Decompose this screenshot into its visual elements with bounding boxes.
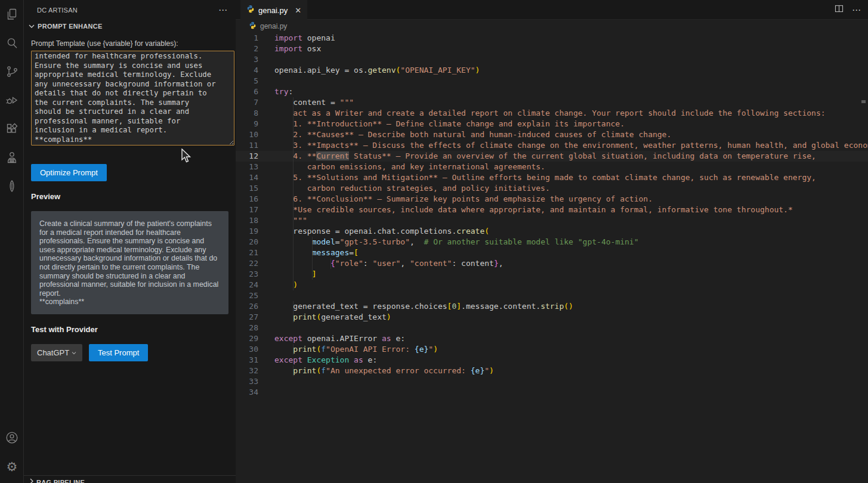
code-line[interactable]: 30 print(f"OpenAI API Error: {e}") [236,344,868,355]
breadcrumb: genai.py [236,20,868,33]
line-number: 25 [236,290,258,301]
code-line[interactable]: 27 print(generated_text) [236,312,868,323]
code-line[interactable]: 25 [236,290,868,301]
code-line[interactable]: 9 1. **Introduction** – Define climate c… [236,119,868,129]
code-line[interactable]: 34 [236,387,868,398]
line-number: 16 [236,194,258,205]
code-line[interactable]: 18 """ [236,215,868,226]
code-line[interactable]: 33 [236,376,868,387]
code-line[interactable]: 26 generated_text = response.choices[0].… [236,301,868,312]
line-number: 23 [236,269,258,280]
code-line[interactable]: 2import osx [236,44,868,54]
line-number: 26 [236,301,258,312]
line-number: 24 [236,280,258,290]
code-line[interactable]: 1import openai [236,33,868,44]
panel-title: DC ARTISAN [37,7,78,14]
line-number: 34 [236,387,258,398]
breadcrumb-item[interactable]: genai.py [260,22,287,30]
dc-artisan-icon[interactable] [0,143,24,172]
code-line[interactable]: 21 messages=[ [236,247,868,258]
line-number: 2 [236,44,258,54]
code-line[interactable]: 32 print(f"An unexpected error occurred:… [236,366,868,376]
preview-text: Create a clinical summary of the patient… [31,211,228,314]
source-control-icon[interactable] [0,57,24,86]
line-number: 3 [236,54,258,65]
line-number: 10 [236,129,258,140]
split-editor-icon[interactable] [835,4,844,16]
chevron-down-icon [70,349,78,357]
activity-bar: ⚙ [0,0,24,483]
code-line[interactable]: 8 act as a Writer and create a detailed … [236,108,868,119]
overview-ruler-mark [861,100,866,103]
line-number: 5 [236,76,258,86]
code-line[interactable]: 14 5. **Solutions and Mitigation** – Out… [236,172,868,183]
line-number: 12 [236,151,258,162]
line-number: 21 [236,247,258,258]
rag-section-title: RAG PIPELINE [36,479,85,483]
preview-heading: Preview [31,192,234,201]
line-number: 30 [236,344,258,355]
provider-select[interactable]: ChatGPT [31,344,82,361]
section-prompt-enhance[interactable]: PROMPT ENHANCE [24,20,236,33]
prompt-template-input[interactable]: intended for healthcare professionals. E… [31,51,234,145]
explorer-icon[interactable] [0,0,24,29]
editor-group: genai.py ✕ ⋯ genai.py 1import openai2imp… [236,0,868,483]
code-line[interactable]: 22 {"role": "user", "content": content}, [236,258,868,269]
code-line[interactable]: 4openai.api_key = os.getenv("OPENAI_API_… [236,65,868,76]
line-number: 8 [236,108,258,119]
dc-artisan-panel: DC ARTISAN ⋯ PROMPT ENHANCE Prompt Templ… [24,0,236,483]
line-number: 7 [236,97,258,108]
settings-icon[interactable]: ⚙ [0,452,24,481]
line-number: 28 [236,323,258,333]
code-line[interactable]: 24 ) [236,280,868,290]
extensions-icon[interactable] [0,114,24,143]
line-number: 13 [236,162,258,172]
code-line[interactable]: 28 [236,323,868,333]
provider-select-value: ChatGPT [37,348,69,357]
more-actions-icon[interactable]: ⋯ [852,5,861,16]
test-prompt-button[interactable]: Test Prompt [89,344,148,361]
section-rag-pipeline[interactable]: RAG PIPELINE [24,475,236,483]
more-actions-icon[interactable]: ⋯ [218,5,227,14]
section-title: PROMPT ENHANCE [38,23,103,30]
line-number: 6 [236,86,258,97]
search-icon[interactable] [0,29,24,57]
close-icon[interactable]: ✕ [295,6,301,15]
line-number: 17 [236,205,258,215]
line-number: 31 [236,355,258,366]
chevron-down-icon [27,21,36,31]
code-line[interactable]: 12 4. **Current Status** – Provide an ov… [236,151,868,162]
code-line[interactable]: 19 response = openai.chat.completions.cr… [236,226,868,237]
gear-icon: ⚙ [7,460,18,473]
code-line[interactable]: 5 [236,76,868,86]
line-number: 22 [236,258,258,269]
code-line[interactable]: 10 2. **Causes** – Describe both natural… [236,129,868,140]
account-icon[interactable] [0,423,24,452]
chevron-right-icon [27,476,36,483]
test-with-provider-heading: Test with Provider [31,325,234,334]
library-icon[interactable] [0,172,24,200]
tab-bar: genai.py ✕ ⋯ [236,0,868,20]
run-debug-icon[interactable] [0,86,24,114]
line-number: 33 [236,376,258,387]
code-line[interactable]: 17 *Use credible sources, include data w… [236,205,868,215]
optimize-prompt-button[interactable]: Optimize Prompt [31,164,107,181]
code-line[interactable]: 31except Exception as e: [236,355,868,366]
line-number: 11 [236,140,258,151]
code-line[interactable]: 20 model="gpt-3.5-turbo", # Or another s… [236,237,868,247]
code-line[interactable]: 29except openai.APIError as e: [236,333,868,344]
code-line[interactable]: 16 6. **Conclusion** – Summarize key poi… [236,194,868,205]
code-line[interactable]: 3 [236,54,868,65]
code-line[interactable]: 11 3. **Impacts** – Discuss the effects … [236,140,868,151]
python-file-icon [246,5,255,16]
code-line[interactable]: 7 content = """ [236,97,868,108]
code-line[interactable]: 6try: [236,86,868,97]
template-label: Prompt Template (use {variable} for vari… [31,39,234,48]
code-editor[interactable]: 1import openai2import osx34openai.api_ke… [236,33,868,398]
code-line[interactable]: 23 ] [236,269,868,280]
line-number: 19 [236,226,258,237]
tab-genai-py[interactable]: genai.py ✕ [240,0,307,20]
line-number: 1 [236,33,258,44]
code-line[interactable]: 13 carbon emissions, and key internation… [236,162,868,172]
code-line[interactable]: 15 carbon reduction strategies, and poli… [236,183,868,194]
